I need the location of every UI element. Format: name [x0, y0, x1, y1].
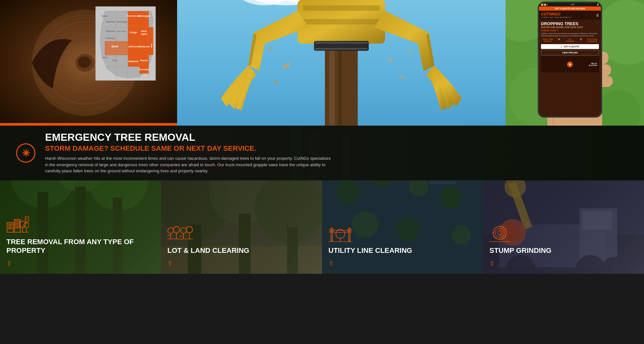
svg-rect-106 — [15, 224, 17, 225]
banner-body: Harsh Wisconsin weather hits at the most… — [45, 155, 335, 174]
svg-rect-29 — [105, 41, 128, 55]
svg-text:Waukesha: Waukesha — [138, 45, 150, 48]
svg-rect-99 — [8, 224, 10, 226]
top-left-panel: Sheboygan Fond du Lac Dodge Wash- ington… — [0, 0, 177, 126]
phone-heading-line1: DROPPING TREES — [541, 21, 578, 26]
svg-text:Green Lake: Green Lake — [116, 30, 126, 32]
service-card-lot[interactable]: LOT & LAND CLEARING ⇧ — [161, 180, 322, 274]
phone-quote-label: GET A QUOTE — [564, 45, 579, 48]
svg-rect-24 — [139, 41, 149, 55]
svg-rect-19 — [128, 11, 139, 27]
see-us-label: SEE USIN ACTION — [589, 62, 597, 66]
svg-point-168 — [495, 228, 504, 237]
svg-text:Kenosha: Kenosha — [139, 68, 149, 71]
svg-rect-102 — [11, 227, 12, 229]
property-icon — [6, 216, 29, 234]
svg-rect-18 — [139, 11, 149, 27]
phone-content: DROPPING TREES FASTER AND SAFER, FOR LES… — [539, 20, 601, 116]
service-lot: LOTCLEARING — [563, 38, 577, 42]
utility-icon — [328, 225, 353, 243]
emergency-banner: ✳ EMERGENCY TREE REMOVAL STORM DAMAGE? S… — [0, 126, 644, 180]
card-arrow-2[interactable]: ⇧ — [167, 260, 316, 267]
service-card-stump[interactable]: STUMP GRINDING ⇧ — [483, 180, 644, 274]
play-button[interactable] — [567, 62, 573, 67]
card-content-3: UTILITY LINE CLEARING ⇧ — [322, 218, 483, 274]
svg-text:Winnebago: Winnebago — [117, 21, 127, 23]
phone-nav: CUTNNGO A TREES AND TONE MOVEMENT™ ☰ — [539, 11, 601, 20]
svg-point-126 — [173, 226, 180, 233]
svg-text:Racine: Racine — [140, 59, 148, 62]
svg-rect-22 — [149, 27, 153, 41]
svg-text:Marquette: Marquette — [106, 30, 115, 33]
card-title-4: STUMP GRINDING — [489, 246, 638, 255]
dot-sep-2 — [580, 38, 582, 40]
svg-rect-98 — [7, 223, 14, 232]
phone-services: TRICKY TREEREMOVAL LOTCLEARING UTILITY L… — [541, 38, 599, 42]
service-card-property[interactable]: TREE REMOVAL FROM ANY TYPE OF PROPERTY ⇧ — [0, 180, 161, 274]
svg-point-112 — [24, 223, 29, 228]
svg-rect-20 — [128, 27, 139, 41]
banner-content: ✳ EMERGENCY TREE REMOVAL STORM DAMAGE? S… — [0, 132, 354, 174]
card-arrow-3[interactable]: ⇧ — [328, 260, 477, 267]
phone-pricing-btn[interactable]: VIEW PRICING — [541, 50, 599, 55]
play-triangle-icon — [569, 63, 571, 66]
svg-rect-104 — [15, 221, 17, 222]
phone-tagline: A TREES AND TONE MOVEMENT™ — [541, 16, 572, 18]
card-title-1: TREE REMOVAL FROM ANY TYPE OF PROPERTY — [6, 238, 155, 255]
phone-screen: 📶 📶 ✦ 1:04 🔋 GET A QUOTE 262-443-4995 CU… — [539, 3, 601, 116]
wi-map-svg: Sheboygan Fond du Lac Dodge Wash- ington… — [79, 6, 172, 81]
logo-cut: CUT — [541, 12, 549, 16]
phone-main-heading: DROPPING TREES — [541, 22, 599, 26]
orange-accent-bar — [0, 123, 177, 126]
phone-device: 📶 📶 ✦ 1:04 🔋 GET A QUOTE 262-443-4995 CU… — [538, 2, 602, 118]
phone-cta-text: GET A QUOTE 262-443-4995 — [555, 7, 585, 10]
hamburger-icon[interactable]: ☰ — [596, 14, 599, 17]
card-arrow-4[interactable]: ⇧ — [489, 260, 638, 267]
phone-subheading: FASTER AND SAFER, FOR LESS COST — [541, 26, 599, 28]
card-content-1: TREE REMOVAL FROM ANY TYPE OF PROPERTY ⇧ — [0, 210, 161, 274]
phone-pricing-label: VIEW PRICING — [562, 52, 578, 54]
lot-clearing-icon — [167, 225, 193, 243]
banner-text-block: EMERGENCY TREE REMOVAL STORM DAMAGE? SCH… — [45, 132, 338, 174]
svg-text:Dane: Dane — [111, 45, 118, 48]
card-arrow-1[interactable]: ⇧ — [6, 260, 155, 267]
wisconsin-map: Sheboygan Fond du Lac Dodge Wash- ington… — [79, 6, 172, 81]
top-row: Sheboygan Fond du Lac Dodge Wash- ington… — [0, 0, 644, 126]
svg-point-128 — [181, 228, 186, 234]
card-title-3: UTILITY LINE CLEARING — [328, 246, 477, 255]
banner-title: EMERGENCY TREE REMOVAL — [45, 132, 338, 143]
svg-rect-137 — [429, 180, 456, 184]
logo-go: NGO — [552, 12, 560, 16]
svg-point-140 — [337, 180, 361, 204]
svg-text:Dodge: Dodge — [130, 31, 137, 34]
svg-point-169 — [497, 231, 502, 235]
asterisk-symbol: ✳ — [22, 148, 30, 159]
svg-text:Jefferson: Jefferson — [128, 45, 138, 48]
phone-get-quote-btn[interactable]: $ GET A QUOTE — [541, 44, 599, 49]
svg-rect-62 — [303, 19, 380, 24]
svg-rect-23 — [128, 41, 139, 55]
svg-text:Fond du Lac: Fond du Lac — [127, 15, 140, 17]
phone-video-thumb[interactable]: SEE USIN ACTION — [541, 56, 599, 72]
phone-brand-label: CutNGo Trees™ — [541, 29, 599, 32]
card-title-2: LOT & LAND CLEARING — [167, 246, 316, 255]
emergency-icon: ✳ — [16, 143, 35, 163]
phone-quote-bar: GET A QUOTE 262-443-4995 — [539, 6, 601, 11]
svg-text:Rock: Rock — [113, 59, 118, 62]
service-tricky: TRICKY TREEREMOVAL — [541, 38, 555, 42]
svg-point-114 — [26, 218, 28, 219]
svg-rect-109 — [18, 226, 19, 228]
grapple-saw-visual — [177, 0, 506, 126]
svg-rect-65 — [315, 42, 367, 43]
svg-point-130 — [186, 226, 193, 233]
phone-panel: 📶 📶 ✦ 1:04 🔋 GET A QUOTE 262-443-4995 CU… — [506, 0, 644, 126]
phone-logo: CUTNNGO — [541, 12, 572, 16]
stump-grinding-icon — [489, 225, 510, 243]
svg-text:Waushara: Waushara — [106, 21, 115, 23]
svg-text:Milw.: Milw. — [151, 43, 153, 48]
service-card-utility[interactable]: UTILITY LINE CLEARING ⇧ — [322, 180, 483, 274]
card-content-4: STUMP GRINDING ⇧ — [483, 218, 644, 274]
machinery-svg — [177, 0, 506, 126]
svg-rect-105 — [18, 221, 19, 222]
svg-text:Walworth: Walworth — [128, 60, 138, 63]
